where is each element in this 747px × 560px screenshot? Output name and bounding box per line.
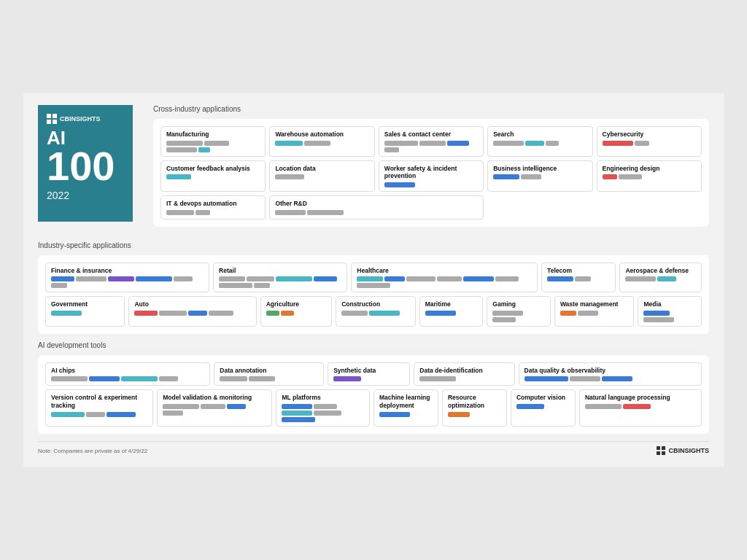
cat-version-control-title: Version control & experiment tracking (51, 394, 147, 409)
logo-ph (307, 210, 344, 215)
cat-manufacturing-title: Manufacturing (166, 131, 260, 139)
cat-healthcare: Healthcare (351, 262, 538, 293)
cat-synthetic-data-title: Synthetic data (333, 367, 404, 375)
logo-ph (516, 404, 544, 409)
cat-resource-opt-logos (448, 412, 501, 417)
cat-business-intel-logos (493, 174, 587, 179)
cat-other-rd-title: Other R&D (275, 200, 478, 208)
cat-business-intel-title: Business intelligence (493, 165, 587, 173)
cat-agriculture-logos (266, 311, 327, 316)
logo-ph (525, 376, 568, 381)
cat-retail: Retail (213, 262, 347, 293)
cat-data-quality: Data quality & observability (519, 362, 702, 386)
logo-ph (495, 276, 519, 281)
cross-industry-wrapper: Manufacturing Warehouse automation (153, 119, 709, 227)
logo-ph (198, 147, 210, 152)
cat-telecom-title: Telecom (547, 267, 610, 275)
logo-ph (578, 311, 598, 316)
logo-ph (619, 174, 642, 179)
cat-it-devops-title: IT & devops automation (166, 200, 260, 208)
cat-resource-opt: Resource optimization (442, 389, 507, 427)
logo-ph (196, 210, 210, 215)
cat-cybersecurity-title: Cybersecurity (603, 131, 696, 139)
industry-section-title: Industry-specific applications (38, 241, 709, 249)
logo-ph (276, 276, 312, 281)
cat-gaming: Gaming (487, 296, 551, 327)
logo-ph (384, 147, 399, 152)
cat-media-title: Media (643, 300, 696, 308)
logo-ph (602, 376, 632, 381)
logo-ph (204, 141, 229, 146)
cat-media-logos (643, 311, 696, 322)
cat-ai-chips: AI chips (45, 362, 210, 386)
logo-ph (635, 141, 649, 146)
cat-telecom-logos (547, 276, 610, 281)
cat-customer-feedback-logos (166, 174, 260, 179)
logo-ph (166, 210, 194, 215)
cat-ai-chips-title: AI chips (51, 367, 204, 375)
cat-telecom: Telecom (541, 262, 616, 293)
cat-model-validation: Model validation & monitoring (157, 389, 272, 427)
industry-row2: Government Auto Agriculture (45, 296, 702, 327)
cat-ai-chips-logos (51, 376, 204, 381)
logo-sq-2 (53, 114, 57, 118)
industry-section: Industry-specific applications Finance &… (38, 241, 709, 334)
tools-wrapper: AI chips Data annotation (38, 355, 709, 434)
cat-ml-deployment: Machine learning deployment (374, 389, 438, 427)
logo-ph (546, 141, 559, 146)
cat-data-annotation-logos (220, 376, 318, 381)
footer-note: Note: Companies are private as of 4/29/2… (38, 448, 147, 454)
cat-ml-deployment-title: Machine learning deployment (379, 394, 433, 409)
cat-search-logos (493, 141, 587, 146)
logo-ph (163, 411, 183, 416)
cat-retail-logos (219, 276, 341, 288)
cat-data-quality-title: Data quality & observability (525, 367, 696, 375)
logo-squares (47, 114, 57, 124)
logo-ph (384, 276, 405, 281)
logo-ph (163, 404, 199, 409)
logo-ph (585, 404, 622, 409)
cat-aerospace-title: Aerospace & defense (625, 267, 696, 275)
cat-sales-logos (384, 141, 478, 152)
cat-customer-feedback: Customer feedback analysis (160, 160, 266, 192)
cat-manufacturing-logos (166, 141, 260, 152)
cat-warehouse-title: Warehouse automation (275, 131, 368, 139)
logo-ph (108, 276, 134, 281)
tools-section-title: AI development tools (38, 341, 709, 349)
logo-ph (341, 311, 368, 316)
cat-location: Location data (269, 160, 374, 192)
cat-retail-title: Retail (219, 267, 341, 275)
cat-waste-logos (560, 311, 628, 316)
cat-media: Media (638, 296, 702, 327)
cat-auto-logos (134, 311, 250, 316)
cat-worker-safety-title: Worker safety & incident prevention (384, 165, 478, 180)
cat-data-deident-logos (419, 376, 508, 381)
brand-name: CBINSIGHTS (60, 115, 101, 122)
cat-data-deident: Data de-identification (414, 362, 514, 386)
logo-ph (166, 147, 197, 152)
logo-ph (625, 276, 656, 281)
logo-ph (575, 276, 591, 281)
cat-synthetic-data: Synthetic data (328, 362, 410, 386)
cat-worker-safety: Worker safety & incident prevention (379, 160, 484, 192)
footer-brand: CBINSIGHTS (668, 447, 709, 454)
cat-engineering-logos (603, 174, 696, 179)
logo-ph (463, 276, 494, 281)
logo-ph (447, 141, 469, 146)
logo-ph (107, 412, 136, 417)
logo-ph (166, 174, 191, 179)
logo-ph (166, 141, 203, 146)
tools-section: AI development tools AI chips Data annot… (38, 341, 709, 434)
footer-sq-2 (662, 446, 665, 450)
cat-maritime: Maritime (419, 296, 484, 327)
logo-ph (547, 276, 573, 281)
cat-finance-logos (51, 276, 204, 288)
cat-aerospace: Aerospace & defense (619, 262, 702, 293)
cat-construction-logos (341, 311, 410, 316)
cross-industry-grid: Manufacturing Warehouse automation (160, 126, 702, 219)
logo-ph (51, 311, 82, 316)
cat-other-rd-logos (275, 210, 478, 215)
cat-data-annotation-title: Data annotation (220, 367, 318, 375)
logo-ph (419, 376, 456, 381)
footer-logo: CBINSIGHTS (657, 446, 709, 455)
